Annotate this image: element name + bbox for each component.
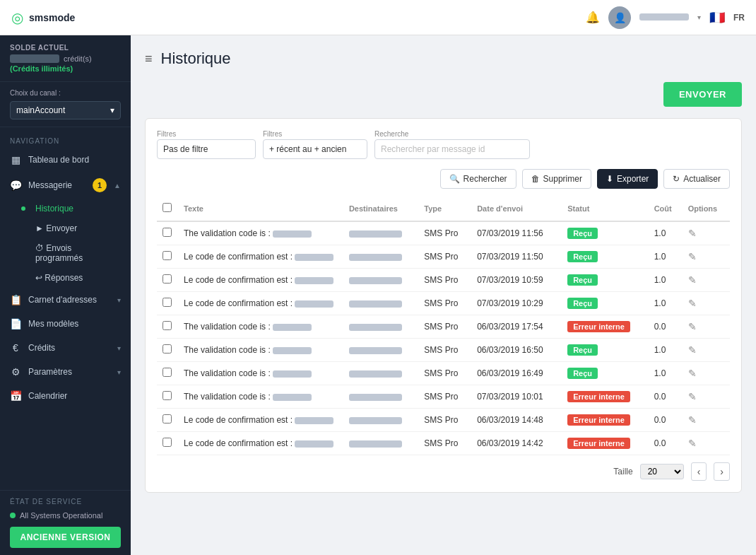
edit-icon[interactable]: ✎	[688, 251, 697, 262]
sidebar-item-envoyer[interactable]: ► Envoyer	[0, 218, 131, 238]
edit-icon[interactable]: ✎	[688, 298, 697, 309]
page-header: ≡ Historique	[145, 49, 742, 68]
sidebar-item-credits[interactable]: € Crédits ▾	[0, 336, 131, 360]
page-title: Historique	[161, 49, 231, 68]
row-statut: Erreur interne	[562, 409, 649, 432]
edit-icon[interactable]: ✎	[688, 274, 697, 286]
select-all-checkbox[interactable]	[163, 203, 172, 212]
row-statut: Reçu	[562, 362, 649, 385]
table-row: Le code de confirmation est : SMS Pro 06…	[157, 432, 730, 455]
filter-group-1: Filtres Pas de filtre	[157, 130, 256, 159]
row-checkbox-cell	[157, 339, 178, 362]
row-checkbox[interactable]	[163, 228, 172, 237]
rechercher-button[interactable]: 🔍 Rechercher	[440, 169, 516, 189]
row-checkbox[interactable]	[163, 414, 172, 423]
status-badge: Reçu	[567, 298, 598, 309]
row-cout: 1.0	[649, 292, 683, 315]
status-badge: Reçu	[567, 344, 598, 356]
row-text: The validation code is :	[178, 221, 343, 245]
sidebar-item-carnet-adresses[interactable]: 📋 Carnet d'adresses ▾	[0, 288, 131, 312]
sidebar-item-label: Messagerie	[28, 180, 85, 190]
messagerie-badge: 1	[93, 178, 107, 192]
filter-label-2: Filtres	[263, 130, 367, 138]
edit-icon[interactable]: ✎	[688, 321, 697, 332]
row-type: SMS Pro	[418, 292, 471, 315]
sidebar: SOLDE ACTUEL crédit(s) (Crédits illimité…	[0, 35, 131, 555]
row-checkbox[interactable]	[163, 391, 172, 400]
edit-icon[interactable]: ✎	[688, 414, 697, 426]
row-dest	[343, 385, 418, 409]
row-date: 07/03/2019 11:50	[471, 245, 562, 269]
sidebar-item-envois-programmes[interactable]: ⏱ Envois programmés	[0, 238, 131, 268]
export-icon: ⬇	[606, 174, 613, 184]
th-date: Date d'envoi	[471, 196, 562, 221]
row-type: SMS Pro	[418, 409, 471, 432]
row-date: 07/03/2019 11:56	[471, 221, 562, 245]
row-date: 06/03/2019 14:42	[471, 432, 562, 455]
sidebar-item-tableau-de-bord[interactable]: ▦ Tableau de bord	[0, 148, 131, 172]
sidebar-item-label: Calendrier	[28, 391, 121, 401]
row-checkbox[interactable]	[163, 344, 172, 354]
row-type: SMS Pro	[418, 315, 471, 339]
row-statut: Erreur interne	[562, 385, 649, 409]
envoyer-button[interactable]: ENVOYER	[663, 82, 742, 107]
row-statut: Reçu	[562, 221, 649, 245]
row-cout: 1.0	[649, 221, 683, 245]
sidebar-item-label: Paramètres	[28, 367, 110, 377]
edit-icon[interactable]: ✎	[688, 368, 697, 379]
edit-icon[interactable]: ✎	[688, 438, 697, 449]
row-options: ✎	[683, 292, 730, 315]
row-checkbox[interactable]	[163, 298, 172, 307]
action-bar: ENVOYER	[145, 82, 742, 107]
exporter-button[interactable]: ⬇ Exporter	[597, 169, 658, 189]
row-date: 07/03/2019 10:59	[471, 269, 562, 292]
status-badge: Erreur interne	[567, 321, 630, 332]
chevron-down-icon: ▾	[117, 368, 121, 376]
page-size-select[interactable]: 20	[640, 464, 684, 479]
row-date: 06/03/2019 16:50	[471, 339, 562, 362]
avatar[interactable]: 👤	[608, 6, 631, 29]
row-checkbox-cell	[157, 245, 178, 269]
row-statut: Reçu	[562, 339, 649, 362]
flag-icon: 🇫🇷	[709, 10, 725, 25]
row-options: ✎	[683, 315, 730, 339]
supprimer-label: Supprimer	[543, 174, 582, 184]
logo-area: ◎ smsmode	[11, 9, 75, 26]
bell-icon[interactable]: 🔔	[586, 11, 600, 24]
row-checkbox[interactable]	[163, 274, 172, 284]
exporter-label: Exporter	[617, 174, 649, 184]
sidebar-item-parametres[interactable]: ⚙ Paramètres ▾	[0, 360, 131, 384]
edit-icon[interactable]: ✎	[688, 391, 697, 402]
supprimer-button[interactable]: 🗑 Supprimer	[522, 169, 591, 189]
channel-select[interactable]: mainAccount ▾	[10, 101, 121, 119]
row-dest	[343, 245, 418, 269]
envoyer-label: ► Envoyer	[35, 223, 77, 233]
row-dest	[343, 362, 418, 385]
user-name	[639, 13, 689, 23]
channel-label: Choix du canal :	[10, 89, 121, 97]
row-date: 06/03/2019 16:49	[471, 362, 562, 385]
edit-icon[interactable]: ✎	[688, 228, 697, 239]
chevron-down-icon: ▾	[697, 13, 701, 21]
sidebar-item-reponses[interactable]: ↩ Réponses	[0, 268, 131, 288]
actualiser-button[interactable]: ↻ Actualiser	[663, 169, 730, 189]
row-checkbox[interactable]	[163, 438, 172, 447]
sidebar-item-calendrier[interactable]: 📅 Calendrier	[0, 384, 131, 408]
old-version-button[interactable]: ANCIENNE VERSION	[10, 527, 121, 548]
filter-select-1[interactable]: Pas de filtre	[157, 139, 256, 159]
sidebar-item-mes-modeles[interactable]: 📄 Mes modèles	[0, 312, 131, 336]
sidebar-item-historique[interactable]: Historique	[0, 199, 131, 218]
row-checkbox[interactable]	[163, 251, 172, 260]
sidebar-item-messagerie[interactable]: 💬 Messagerie 1 ▲	[0, 172, 131, 199]
next-page-button[interactable]: ›	[714, 462, 730, 481]
filter-select-2[interactable]: + récent au + ancien	[263, 139, 367, 159]
row-date: 07/03/2019 10:01	[471, 385, 562, 409]
row-checkbox[interactable]	[163, 321, 172, 330]
row-checkbox[interactable]	[163, 368, 172, 377]
table-row: The validation code is : SMS Pro 07/03/2…	[157, 221, 730, 245]
table-row: Le code de confirmation est : SMS Pro 06…	[157, 409, 730, 432]
sidebar-footer: ÉTAT DE SERVICE All Systems Operational …	[0, 490, 131, 555]
edit-icon[interactable]: ✎	[688, 344, 697, 356]
search-input[interactable]	[374, 139, 530, 159]
prev-page-button[interactable]: ‹	[691, 462, 707, 481]
